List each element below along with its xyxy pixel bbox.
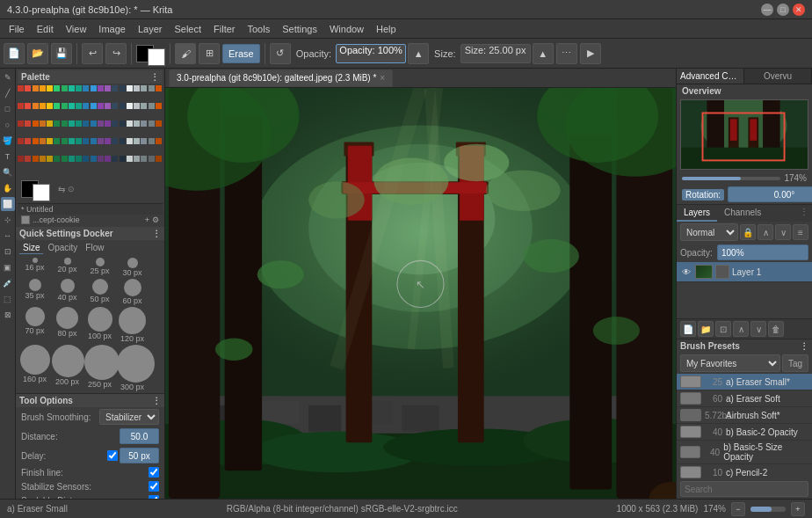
palette-color-cell[interactable] [25, 138, 31, 144]
layers-alpha-btn[interactable]: ∧ [758, 224, 773, 240]
new-file-btn[interactable]: 📄 [4, 43, 25, 64]
palette-color-cell[interactable] [127, 103, 133, 109]
brush-size-70[interactable]: 70 px [19, 307, 50, 343]
palette-color-cell[interactable] [141, 85, 147, 91]
palette-color-cell[interactable] [91, 103, 97, 109]
palette-color-cell[interactable] [18, 103, 24, 109]
palette-color-cell[interactable] [83, 138, 89, 144]
preset-category-select[interactable]: My Favorites [680, 354, 780, 372]
palette-color-cell[interactable] [98, 138, 104, 144]
menu-settings[interactable]: Settings [277, 22, 323, 36]
size-input[interactable]: Size: 25.00 px [460, 44, 531, 63]
finish-line-checkbox[interactable] [149, 467, 159, 478]
layers-menu-btn[interactable]: ≡ [793, 224, 808, 240]
palette-color-cell[interactable] [149, 85, 155, 91]
palette-color-cell[interactable] [76, 156, 82, 162]
redo-btn[interactable]: ↪ [105, 43, 127, 64]
reset-colors-btn[interactable]: ⊙ [68, 185, 75, 193]
zoom-in-status-btn[interactable]: + [791, 502, 805, 516]
palette-color-cell[interactable] [105, 138, 111, 144]
palette-color-cell[interactable] [91, 138, 97, 144]
palette-color-cell[interactable] [18, 120, 24, 127]
brush-size-25[interactable]: 25 px [84, 258, 115, 277]
delete-layer-btn[interactable]: 🗑 [768, 321, 784, 337]
palette-color-cell[interactable] [120, 156, 126, 162]
undo-btn[interactable]: ↩ [82, 43, 103, 64]
palette-color-cell[interactable] [83, 103, 89, 109]
palette-color-cell[interactable] [54, 85, 60, 91]
tool-erase[interactable]: ⬜ [1, 197, 15, 211]
palette-color-cell[interactable] [25, 156, 31, 162]
palette-color-cell[interactable] [112, 85, 118, 91]
palette-color-cell[interactable] [112, 156, 118, 162]
brush-size-35[interactable]: 35 px [19, 279, 50, 305]
zoom-slider[interactable] [682, 177, 780, 180]
tool-gradient[interactable]: ▣ [1, 260, 15, 274]
palette-color-cell[interactable] [83, 120, 89, 127]
tool-similar-select[interactable]: ⊠ [1, 308, 15, 322]
palette-color-cell[interactable] [47, 85, 53, 91]
layer-down-btn[interactable]: ∨ [750, 321, 766, 337]
menu-filter[interactable]: Filter [208, 22, 240, 36]
tool-zoom[interactable]: 🔍 [1, 165, 15, 179]
palette-color-cell[interactable] [120, 103, 126, 109]
palette-color-cell[interactable] [98, 103, 104, 109]
palette-color-cell[interactable] [76, 103, 82, 109]
palette-color-cell[interactable] [105, 103, 111, 109]
stabilize-sensors-checkbox[interactable] [149, 481, 159, 492]
palette-color-cell[interactable] [40, 103, 46, 109]
palette-color-cell[interactable] [134, 120, 140, 127]
opacity-input[interactable]: Opacity: 100% [336, 44, 406, 63]
palette-color-cell[interactable] [149, 138, 155, 144]
palette-color-cell[interactable] [18, 156, 24, 162]
palette-color-cell[interactable] [134, 85, 140, 91]
palette-color-cell[interactable] [18, 138, 24, 144]
palette-color-cell[interactable] [40, 138, 46, 144]
palette-options-icon[interactable]: ⋮ [150, 72, 159, 82]
preset-add-btn[interactable]: + [145, 215, 149, 224]
tab-size[interactable]: Size [19, 242, 43, 254]
distance-input[interactable] [120, 428, 159, 444]
palette-color-cell[interactable] [47, 120, 53, 127]
tool-options-expand[interactable]: ⋮ [152, 396, 161, 405]
brush-preset-btn[interactable]: 🖌 [175, 43, 196, 64]
brush-size-200[interactable]: 200 px [52, 345, 83, 391]
palette-color-cell[interactable] [33, 85, 39, 91]
palette-color-cell[interactable] [33, 138, 39, 144]
palette-color-cell[interactable] [69, 120, 75, 127]
background-color[interactable] [33, 184, 50, 201]
tool-rect[interactable]: □ [1, 102, 15, 116]
palette-color-cell[interactable] [62, 120, 68, 127]
preset-settings-btn[interactable]: ⚙ [152, 215, 159, 224]
palette-color-cell[interactable] [105, 120, 111, 127]
palette-color-cell[interactable] [62, 138, 68, 144]
menu-edit[interactable]: Edit [32, 22, 59, 36]
zoom-out-status-btn[interactable]: − [731, 502, 745, 516]
tool-transform[interactable]: ↔ [1, 229, 15, 243]
layers-options[interactable]: ⋮ [796, 205, 812, 222]
brush-size-16[interactable]: 16 px [19, 258, 50, 277]
preset-item-eraser-soft[interactable]: 60 a) Eraser Soft [677, 390, 812, 407]
tool-fill[interactable]: 🪣 [1, 134, 15, 148]
opacity-up-btn[interactable]: ▲ [408, 43, 429, 64]
palette-color-cell[interactable] [69, 156, 75, 162]
brush-presets-options[interactable]: ⋮ [800, 341, 808, 351]
canvas-tab-close[interactable]: × [380, 73, 385, 83]
layer-up-btn[interactable]: ∧ [733, 321, 749, 337]
palette-color-cell[interactable] [120, 120, 126, 127]
palette-color-cell[interactable] [76, 85, 82, 91]
tab-advanced-color[interactable]: Advanced Color Selec... [677, 69, 744, 84]
brush-size-50[interactable]: 50 px [84, 279, 115, 305]
tool-select[interactable]: ⊹ [1, 213, 15, 227]
palette-color-cell[interactable] [98, 156, 104, 162]
palette-color-cell[interactable] [69, 85, 75, 91]
palette-color-cell[interactable] [54, 156, 60, 162]
brush-size-30[interactable]: 30 px [117, 258, 148, 277]
layer-visibility-icon[interactable]: 👁 [680, 266, 692, 278]
palette-color-cell[interactable] [69, 103, 75, 109]
palette-color-cell[interactable] [127, 120, 133, 127]
canvas-tab[interactable]: 3.0-prealpha (git 8c9b10e): galteed.jpeg… [169, 69, 393, 87]
size-up-btn[interactable]: ▲ [533, 43, 554, 64]
preset-item-basic2[interactable]: 40 b) Basic-2 Opacity [677, 424, 812, 441]
preset-item-eraser-small[interactable]: 25 a) Eraser Small* [677, 374, 812, 390]
